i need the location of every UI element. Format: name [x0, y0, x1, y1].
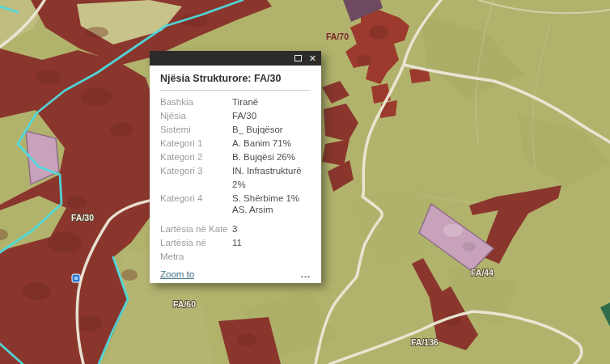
attr-label: Lartësia në Metra: [160, 236, 232, 264]
attr-label: Kategori 4: [160, 193, 232, 215]
attr-row-kategori4: Kategori 4 S. Shërbime 1% AS. Arsim: [160, 192, 311, 217]
popup-divider: [160, 90, 311, 91]
attr-row-njesia: Njësia FA/30: [160, 109, 311, 123]
attr-row-sistemi: Sistemi B_ Bujqësor: [160, 123, 311, 137]
attr-label: Bashkia: [160, 95, 232, 109]
zone-label-fa136: FA/136: [411, 337, 438, 347]
attr-value: Tiranë: [232, 95, 311, 109]
zone-label-fa44: FA/44: [471, 268, 494, 277]
blue-marker-icon[interactable]: [72, 274, 80, 282]
maximize-icon[interactable]: [294, 55, 302, 61]
attr-value: 3: [232, 222, 311, 236]
feature-popup: ✕ Njësia Strukturore: FA/30 Bashkia Tira…: [150, 51, 321, 283]
attr-value: 11: [232, 236, 311, 264]
attr-label: Sistemi: [160, 123, 232, 137]
attr-value: IN. Infrastrukturë 2%: [232, 164, 311, 192]
popup-title: Njësia Strukturore: FA/30: [160, 71, 311, 90]
zone-label-fa30: FA/30: [71, 213, 94, 222]
attr-value: S. Shërbime 1% AS. Arsim: [232, 193, 311, 215]
attr-value: FA/30: [232, 109, 311, 123]
attr-row-kategori2: Kategori 2 B. Bujqësi 26%: [160, 150, 311, 164]
popup-body: Njësia Strukturore: FA/30 Bashkia Tiranë…: [150, 66, 321, 267]
attr-row-kategori1: Kategori 1 A. Banim 71%: [160, 137, 311, 150]
attr-label: Njësia: [160, 109, 232, 123]
attr-row-bashkia: Bashkia Tiranë: [160, 95, 311, 109]
attr-row-kategori3: Kategori 3 IN. Infrastrukturë 2%: [160, 164, 311, 192]
attr-row-lartesia-kate: Lartësia në Kate 3: [160, 222, 311, 236]
attr-value: B_ Bujqësor: [232, 123, 311, 137]
zoom-to-link[interactable]: Zoom to: [160, 269, 194, 279]
attr-row-lartesia-metra: Lartësia në Metra 11: [160, 236, 311, 264]
zone-label-fa70: FA/70: [326, 32, 349, 41]
popup-titlebar: ✕: [150, 51, 321, 66]
more-options-icon[interactable]: ...: [301, 271, 311, 277]
attr-value: B. Bujqësi 26%: [232, 150, 311, 164]
attr-label: Kategori 3: [160, 164, 232, 192]
popup-footer: Zoom to ...: [150, 267, 321, 283]
map-application: FA/70 FA/30 FA/60 FA/44 FA/136 ✕ Njësia …: [0, 0, 610, 364]
attr-label: Kategori 1: [160, 137, 232, 150]
close-icon[interactable]: ✕: [309, 54, 316, 63]
attr-label: Kategori 2: [160, 150, 232, 164]
zone-label-fa60: FA/60: [173, 299, 196, 309]
attr-value: A. Banim 71%: [232, 137, 311, 150]
attr-label: Lartësia në Kate: [160, 222, 232, 236]
